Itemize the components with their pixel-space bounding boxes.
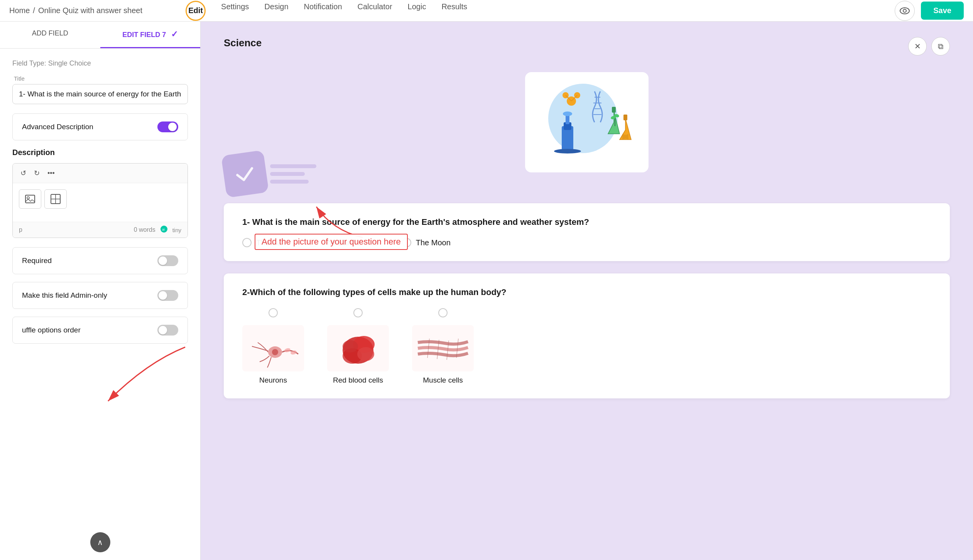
radio-muscle[interactable]: [438, 308, 448, 317]
question-2-choices: Neurons: [242, 308, 931, 385]
quiz-header-row: Science ✕ ⧉: [224, 37, 950, 61]
shuffle-row: uffle options order: [12, 317, 188, 344]
muscle-svg: [414, 327, 472, 369]
svg-point-24: [563, 111, 572, 116]
decorative-check-shape: [221, 150, 269, 198]
nav-right-actions: Save: [895, 1, 964, 21]
tab-edit-field[interactable]: EDIT FIELD 7 ✓: [100, 22, 201, 48]
toggle-knob: [168, 123, 177, 131]
insert-table-button[interactable]: [44, 189, 67, 209]
top-navigation: Home / Online Quiz with answer sheet Edi…: [0, 0, 973, 22]
scroll-bottom-button[interactable]: ∧: [90, 532, 110, 552]
nav-tabs: Edit Settings Design Notification Calcul…: [186, 1, 467, 21]
word-count: 0 words: [134, 226, 155, 233]
close-button[interactable]: ✕: [908, 37, 927, 56]
svg-point-37: [357, 347, 374, 361]
admin-only-toggle-knob: [159, 291, 167, 300]
tab-results[interactable]: Results: [441, 1, 467, 21]
radio-sun[interactable]: [242, 238, 252, 247]
tab-settings[interactable]: Settings: [221, 1, 249, 21]
tab-add-field[interactable]: ADD FIELD: [0, 22, 100, 48]
choice-rbc[interactable]: Red blood cells: [327, 308, 389, 385]
quiz-section-title: Science: [224, 37, 262, 49]
question-1-text: 1- What is the main source of energy for…: [242, 217, 931, 227]
science-illustration: [525, 72, 649, 172]
radio-neurons[interactable]: [269, 308, 278, 317]
insert-image-button[interactable]: [19, 189, 41, 209]
breadcrumb: Home / Online Quiz with answer sheet: [9, 6, 142, 15]
editor-footer: p 0 words ai tiny: [13, 222, 188, 238]
svg-text:ai: ai: [162, 228, 165, 231]
card-actions: ✕ ⧉: [908, 37, 950, 56]
choice-neurons[interactable]: Neurons: [242, 308, 304, 385]
required-label: Required: [22, 256, 52, 265]
preview-button[interactable]: [895, 1, 915, 21]
field-type-label: Field Type: Single Choice: [12, 59, 188, 67]
admin-only-toggle[interactable]: [157, 290, 178, 301]
question-2-text: 2-Which of the following types of cells …: [242, 287, 931, 297]
required-toggle-knob: [159, 256, 167, 265]
breadcrumb-page: Online Quiz with answer sheet: [38, 6, 142, 15]
radio-rbc[interactable]: [353, 308, 363, 317]
svg-point-1: [903, 9, 906, 12]
svg-point-32: [284, 347, 291, 353]
editor-toolbar: ↺ ↻ •••: [13, 164, 188, 183]
tab-design[interactable]: Design: [264, 1, 288, 21]
required-row: Required: [12, 247, 188, 274]
choice-moon-label: The Moon: [416, 238, 451, 247]
save-button[interactable]: Save: [921, 2, 964, 20]
choice-moon[interactable]: The Moon: [402, 238, 451, 247]
svg-rect-25: [612, 107, 616, 113]
admin-only-row: Make this field Admin-only: [12, 282, 188, 309]
copy-button[interactable]: ⧉: [931, 37, 950, 56]
breadcrumb-home[interactable]: Home: [9, 6, 30, 15]
advanced-description-label: Advanced Description: [22, 123, 93, 131]
title-label: Title: [12, 75, 188, 82]
annotation-callout: Add the picture of your question here: [255, 234, 408, 250]
tab-calculator[interactable]: Calculator: [358, 1, 392, 21]
description-editor: ↺ ↻ •••: [12, 163, 188, 238]
tab-edit-circle[interactable]: Edit: [186, 1, 206, 21]
science-svg: [533, 80, 641, 165]
title-input[interactable]: [12, 84, 188, 104]
redo-button[interactable]: ↻: [32, 167, 41, 179]
svg-point-22: [554, 149, 581, 153]
left-panel: ADD FIELD EDIT FIELD 7 ✓ Field Type: Sin…: [0, 22, 201, 560]
svg-point-0: [900, 8, 909, 14]
tab-logic[interactable]: Logic: [408, 1, 426, 21]
choice-muscle[interactable]: Muscle cells: [412, 308, 474, 385]
choice-rbc-label: Red blood cells: [333, 376, 383, 385]
check-icon: [232, 161, 258, 187]
insert-buttons: [19, 189, 67, 209]
question-2-card: 2-Which of the following types of cells …: [224, 273, 950, 398]
neuron-svg: [244, 327, 302, 369]
choice-muscle-label: Muscle cells: [423, 376, 463, 385]
editor-paragraph-indicator: p: [19, 226, 22, 233]
undo-button[interactable]: ↺: [19, 167, 28, 179]
title-group: Title: [12, 75, 188, 104]
choice-neurons-label: Neurons: [259, 376, 287, 385]
shuffle-label: uffle options order: [22, 326, 81, 334]
panel-body: Field Type: Single Choice Title Advanced…: [0, 49, 200, 525]
shuffle-toggle[interactable]: [157, 325, 178, 336]
main-layout: ADD FIELD EDIT FIELD 7 ✓ Field Type: Sin…: [0, 22, 973, 560]
editor-content[interactable]: [13, 183, 188, 222]
svg-point-38: [343, 340, 358, 353]
panel-tabs: ADD FIELD EDIT FIELD 7 ✓: [0, 22, 200, 49]
breadcrumb-separator: /: [33, 6, 35, 15]
svg-point-10: [548, 84, 618, 153]
decorative-lines: [270, 164, 316, 184]
edit-field-check-icon: ✓: [171, 29, 178, 39]
required-toggle[interactable]: [157, 255, 178, 266]
advanced-description-row: Advanced Description: [12, 113, 188, 140]
svg-rect-2: [25, 195, 35, 203]
tiny-branding: ai: [160, 225, 168, 234]
svg-point-31: [272, 349, 278, 355]
tab-notification[interactable]: Notification: [304, 1, 342, 21]
right-panel: Add the picture of your question here Sc…: [201, 22, 973, 560]
description-label: Description: [12, 148, 188, 157]
shuffle-toggle-knob: [159, 326, 167, 334]
tiny-logo: tiny: [172, 227, 181, 233]
advanced-description-toggle[interactable]: [157, 121, 178, 132]
more-options-button[interactable]: •••: [46, 168, 56, 179]
